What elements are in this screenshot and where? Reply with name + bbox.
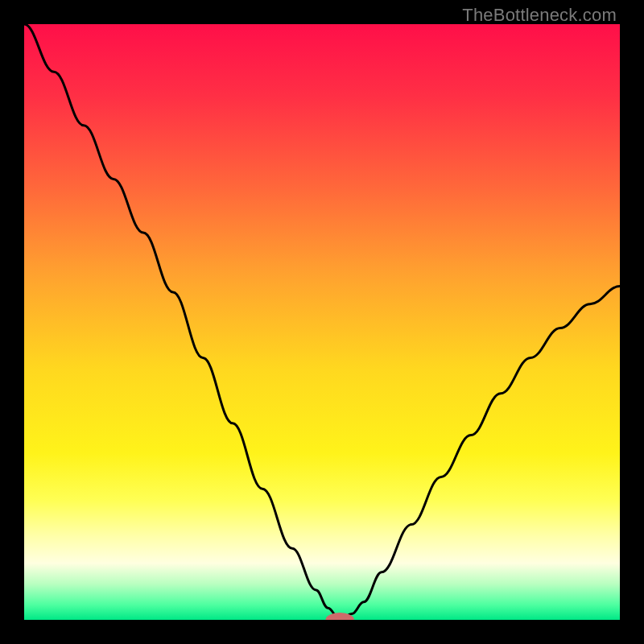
watermark-text: TheBottleneck.com bbox=[462, 5, 617, 26]
bottleneck-curve bbox=[24, 24, 620, 620]
chart-svg bbox=[24, 24, 620, 620]
chart-frame: TheBottleneck.com bbox=[0, 0, 644, 644]
plot-area bbox=[24, 24, 620, 620]
